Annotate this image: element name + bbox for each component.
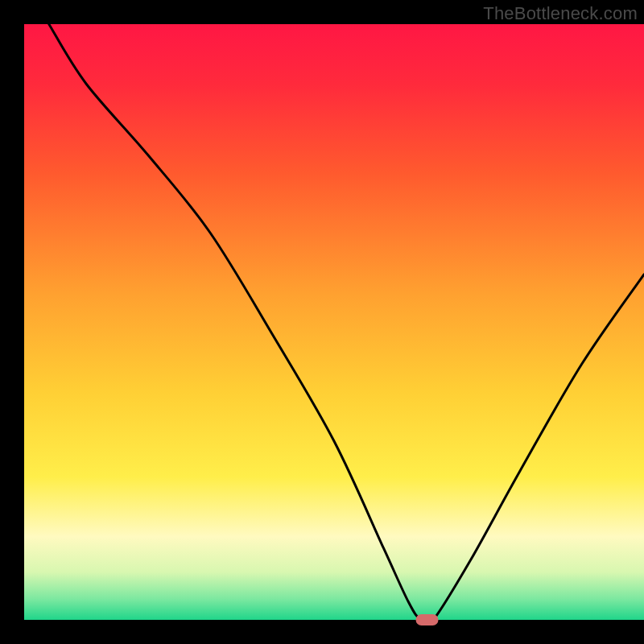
- chart-frame: TheBottleneck.com: [0, 0, 644, 644]
- plot-background: [24, 24, 644, 620]
- watermark-text: TheBottleneck.com: [483, 3, 638, 24]
- optimal-marker: [416, 614, 439, 625]
- bottleneck-chart: [0, 0, 644, 644]
